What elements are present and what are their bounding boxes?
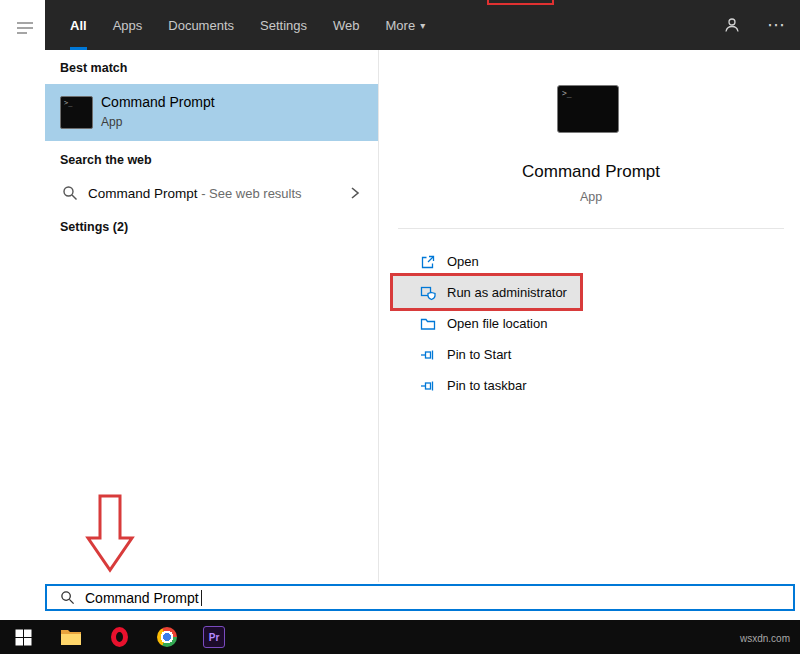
- web-suggestion-row[interactable]: Command Prompt - See web results: [45, 176, 378, 210]
- annotation-red-fragment: [487, 0, 554, 5]
- left-strip: [0, 0, 45, 620]
- search-the-web-heading: Search the web: [60, 153, 152, 167]
- chrome-browser-icon[interactable]: [156, 626, 178, 648]
- annotation-arrow-down: [84, 494, 136, 574]
- chevron-right-icon[interactable]: [350, 185, 360, 201]
- panel-divider: [378, 50, 379, 582]
- pin-icon: [420, 378, 436, 394]
- best-match-result[interactable]: >_ Command Prompt App: [45, 84, 378, 141]
- tab-all[interactable]: All: [70, 0, 87, 50]
- run-as-administrator-icon: [420, 285, 436, 301]
- start-button[interactable]: [12, 626, 34, 648]
- ellipsis-icon[interactable]: ⋯: [767, 16, 786, 34]
- search-header: All Apps Documents Settings Web More ▾ ⋯: [45, 0, 800, 50]
- tab-settings[interactable]: Settings: [260, 0, 307, 50]
- search-input-value: Command Prompt: [85, 590, 199, 606]
- action-pin-to-taskbar-label: Pin to taskbar: [447, 378, 527, 393]
- best-match-title: Command Prompt: [101, 94, 215, 110]
- search-filter-tabs: All Apps Documents Settings Web More ▾: [45, 0, 425, 50]
- tab-apps[interactable]: Apps: [113, 0, 143, 50]
- tab-settings-label: Settings: [260, 18, 307, 33]
- preview-divider: [398, 228, 784, 229]
- chrome-logo-icon: [157, 627, 177, 647]
- preview-app-title: Command Prompt: [398, 162, 784, 182]
- best-match-subtitle: App: [101, 115, 122, 129]
- settings-group-heading[interactable]: Settings (2): [60, 220, 128, 234]
- preview-app-subtitle: App: [398, 190, 784, 204]
- web-suggestion-query: Command Prompt: [88, 186, 198, 201]
- user-account-icon[interactable]: [723, 16, 741, 34]
- tab-apps-label: Apps: [113, 18, 143, 33]
- premiere-icon[interactable]: Pr: [203, 626, 225, 648]
- action-pin-to-start-label: Pin to Start: [447, 347, 511, 362]
- tab-documents[interactable]: Documents: [168, 0, 234, 50]
- windows-search-screen: All Apps Documents Settings Web More ▾ ⋯…: [0, 0, 800, 654]
- tab-documents-label: Documents: [168, 18, 234, 33]
- open-icon: [420, 254, 436, 270]
- premiere-tile-icon: Pr: [203, 626, 225, 648]
- tab-more[interactable]: More ▾: [386, 0, 426, 50]
- search-input[interactable]: Command Prompt: [45, 584, 795, 611]
- action-run-as-administrator[interactable]: Run as administrator: [398, 277, 784, 308]
- search-icon: [60, 590, 75, 605]
- windows-logo-icon: [15, 629, 32, 646]
- tab-web-label: Web: [333, 18, 360, 33]
- text-cursor: [201, 590, 203, 606]
- action-open-label: Open: [447, 254, 479, 269]
- tab-all-label: All: [70, 18, 87, 33]
- taskbar: Pr: [0, 620, 800, 654]
- chevron-down-icon: ▾: [420, 20, 425, 31]
- action-open-file-location[interactable]: Open file location: [398, 308, 784, 339]
- action-open[interactable]: Open: [398, 246, 784, 277]
- tab-more-label: More: [386, 18, 416, 33]
- folder-icon: [60, 628, 82, 646]
- search-icon: [62, 185, 78, 201]
- tab-web[interactable]: Web: [333, 0, 360, 50]
- file-explorer-icon[interactable]: [60, 626, 82, 648]
- notes-icon[interactable]: [16, 20, 34, 38]
- web-suggestion-hint: - See web results: [198, 186, 302, 201]
- watermark: wsxdn.com: [740, 633, 790, 644]
- action-pin-to-start[interactable]: Pin to Start: [398, 339, 784, 370]
- pin-icon: [420, 347, 436, 363]
- action-run-as-administrator-label: Run as administrator: [447, 285, 567, 300]
- folder-icon: [420, 316, 436, 332]
- opera-browser-icon[interactable]: [108, 626, 130, 648]
- header-icons: ⋯: [723, 0, 786, 50]
- command-prompt-icon: >_: [60, 96, 93, 129]
- opera-ring-icon: [111, 627, 128, 647]
- action-open-file-location-label: Open file location: [447, 316, 547, 331]
- action-pin-to-taskbar[interactable]: Pin to taskbar: [398, 370, 784, 401]
- command-prompt-icon-large: >_: [557, 85, 619, 133]
- best-match-heading: Best match: [60, 61, 127, 75]
